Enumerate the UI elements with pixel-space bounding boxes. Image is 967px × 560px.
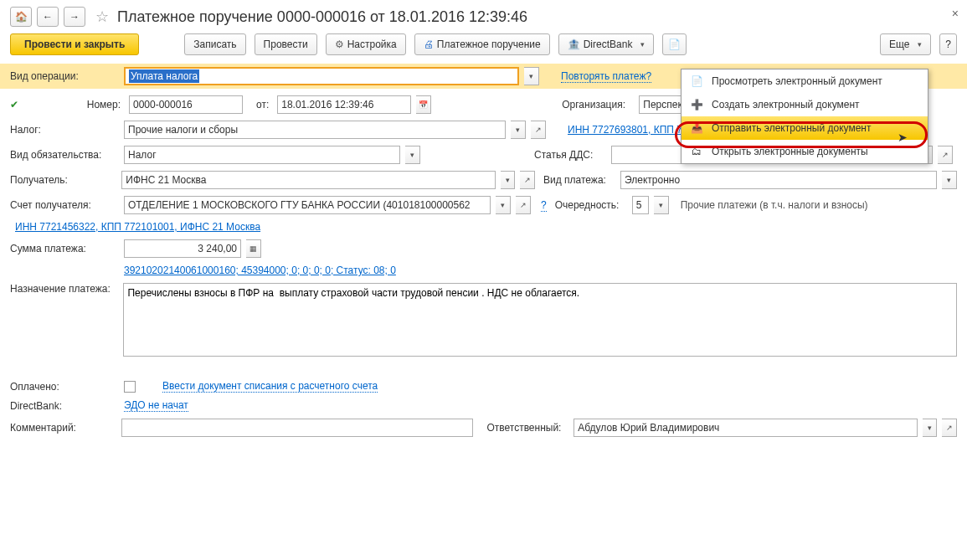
- bank-icon: 🏦: [568, 39, 580, 50]
- recipient-open[interactable]: ↗: [520, 171, 535, 189]
- post-button[interactable]: Провести: [255, 33, 317, 55]
- post-and-close-button[interactable]: Провести и закрыть: [10, 33, 139, 55]
- repeat-payment-link[interactable]: Повторять платеж?: [561, 70, 651, 83]
- send-icon: 📤: [690, 121, 703, 135]
- tax-input[interactable]: Прочие налоги и сборы: [124, 121, 506, 139]
- purpose-label: Назначение платежа:: [10, 283, 118, 295]
- sum-input[interactable]: 3 240,00: [124, 239, 241, 258]
- priority-label: Очередность:: [555, 199, 627, 211]
- calc-button[interactable]: ▦: [246, 239, 261, 258]
- recipient-dd[interactable]: ▾: [501, 171, 516, 189]
- plus-icon: ➕: [690, 98, 703, 111]
- forward-button[interactable]: →: [64, 7, 85, 27]
- dds-label: Статья ДДС:: [534, 149, 606, 161]
- pay-type-label: Вид платежа:: [543, 174, 615, 186]
- op-type-input[interactable]: Уплата налога: [124, 67, 519, 85]
- kbk-link[interactable]: 39210202140061000160; 45394000; 0; 0; 0;…: [124, 265, 396, 276]
- menu-open-edocs[interactable]: 🗂 Открыть электронные документы: [682, 140, 928, 163]
- from-label: от:: [256, 99, 272, 110]
- document-icon: 📄: [668, 39, 681, 50]
- dds-open[interactable]: ↗: [938, 146, 953, 164]
- more-dropdown[interactable]: Еще: [880, 33, 931, 55]
- liability-label: Вид обязательства:: [10, 149, 119, 161]
- account-open[interactable]: ↗: [516, 196, 531, 214]
- liability-dd[interactable]: ▾: [405, 146, 420, 164]
- gear-icon: ⚙: [335, 39, 344, 50]
- purpose-textarea[interactable]: [123, 283, 957, 357]
- paid-checkbox[interactable]: [124, 381, 136, 393]
- pay-type-input[interactable]: Электронно: [620, 171, 937, 189]
- date-input[interactable]: 18.01.2016 12:39:46: [277, 95, 411, 114]
- responsible-label: Ответственный:: [486, 422, 568, 434]
- tax-open[interactable]: ↗: [531, 121, 546, 139]
- number-label: Номер:: [32, 99, 124, 110]
- tree-icon: 🗂: [690, 145, 703, 158]
- help-button[interactable]: ?: [939, 33, 957, 55]
- recipient-label: Получатель:: [10, 174, 116, 186]
- account-dd[interactable]: ▾: [496, 196, 511, 214]
- check-icon: ✔: [10, 99, 18, 110]
- write-button[interactable]: Записать: [184, 33, 245, 55]
- org-label: Организация:: [562, 99, 634, 110]
- settings-button[interactable]: ⚙Настройка: [326, 33, 406, 55]
- number-input[interactable]: 0000-000016: [129, 95, 243, 114]
- sum-label: Сумма платежа:: [10, 243, 119, 254]
- directbank-label: DirectBank:: [10, 400, 119, 412]
- print-icon: 🖨: [424, 39, 434, 50]
- directbank-menu: 📄 Просмотреть электронный документ ➕ Соз…: [681, 69, 928, 164]
- tax-label: Налог:: [10, 124, 119, 136]
- account-input[interactable]: ОТДЕЛЕНИЕ 1 МОСКОВСКОГО ГТУ БАНКА РОССИИ…: [124, 196, 491, 214]
- menu-create-edoc[interactable]: ➕ Создать электронный документ: [682, 93, 928, 116]
- paid-label: Оплачено:: [10, 381, 119, 393]
- pay-type-dd[interactable]: ▾: [942, 171, 957, 189]
- paid-link[interactable]: Ввести документ списания с расчетного сч…: [162, 380, 378, 393]
- direct-bank-dropdown[interactable]: 🏦DirectBank: [558, 33, 655, 55]
- responsible-input[interactable]: Абдулов Юрий Владимирович: [574, 419, 918, 437]
- tax-dd[interactable]: ▾: [511, 121, 526, 139]
- payment-order-button[interactable]: 🖨Платежное поручение: [414, 33, 550, 55]
- priority-input[interactable]: 5: [632, 196, 649, 214]
- liability-input[interactable]: Налог: [124, 146, 400, 164]
- favorite-icon[interactable]: ☆: [95, 8, 109, 26]
- account-label: Счет получателя:: [10, 199, 119, 211]
- date-picker[interactable]: 📅: [416, 95, 431, 114]
- comment-label: Комментарий:: [10, 422, 116, 434]
- directbank-status-link[interactable]: ЭДО не начат: [124, 399, 188, 412]
- page-title: Платежное поручение 0000-000016 от 18.01…: [117, 8, 527, 26]
- account-help[interactable]: ?: [541, 199, 547, 212]
- back-button[interactable]: ←: [37, 7, 59, 27]
- own-inn-link[interactable]: ИНН 7721456322, КПП 772101001, ИФНС 21 М…: [15, 221, 260, 233]
- menu-view-edoc[interactable]: 📄 Просмотреть электронный документ: [682, 69, 928, 93]
- close-button[interactable]: ×: [952, 7, 959, 20]
- responsible-open[interactable]: ↗: [942, 419, 957, 437]
- priority-desc: Прочие платежи (в т.ч. налоги и взносы): [681, 199, 868, 211]
- responsible-dd[interactable]: ▾: [923, 419, 938, 437]
- inn-kpp-link[interactable]: ИНН 7727693801, КПП 77: [568, 124, 688, 136]
- op-type-label: Вид операции:: [10, 70, 119, 82]
- priority-dd[interactable]: ▾: [654, 196, 669, 214]
- op-type-picker[interactable]: ▾: [524, 67, 539, 85]
- document-icon: 📄: [690, 74, 703, 88]
- recipient-input[interactable]: ИФНС 21 Москва: [121, 171, 495, 189]
- home-button[interactable]: 🏠: [10, 7, 32, 27]
- comment-input[interactable]: [121, 419, 473, 437]
- doc-icon-button[interactable]: 📄: [662, 33, 687, 55]
- menu-send-edoc[interactable]: 📤 Отправить электронный документ: [682, 116, 928, 140]
- cursor-icon: ➤: [898, 131, 908, 144]
